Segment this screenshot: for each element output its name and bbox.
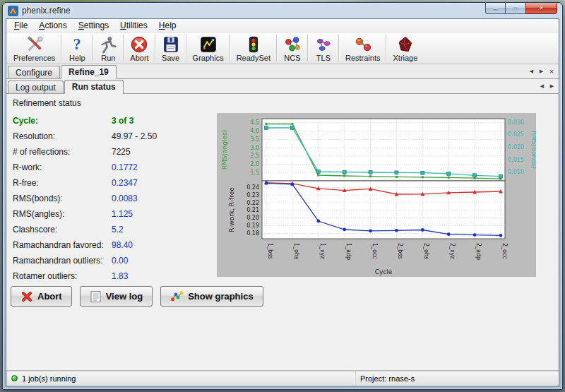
minimize-button[interactable]: – — [485, 3, 506, 14]
subtab-nav-prev-button[interactable]: ◀ — [538, 82, 546, 91]
tab-label: Refine_19 — [69, 67, 109, 77]
graphics-color-icon — [170, 290, 184, 303]
toolbar-label: Xtriage — [393, 54, 417, 62]
view-log-button-label: View log — [106, 291, 143, 302]
svg-text:2.0: 2.0 — [250, 161, 259, 167]
tab-nav-prev-button[interactable]: ◀ — [528, 67, 535, 76]
tab-label: Log output — [16, 83, 56, 93]
svg-text:3.5: 3.5 — [250, 136, 259, 143]
stat-value: 7225 — [112, 147, 131, 157]
stat-row-rms-angles: RMS(angles): 1.125 — [13, 206, 215, 222]
stat-value: 0.2347 — [112, 178, 138, 188]
svg-text:2_adp: 2_adp — [475, 243, 482, 260]
svg-text:1_occ: 1_occ — [371, 243, 378, 259]
svg-text:1_bss: 1_bss — [267, 243, 273, 259]
stat-value: 3 of 3 — [112, 116, 133, 126]
tab-log-output[interactable]: Log output — [8, 81, 64, 93]
svg-text:2_xyz: 2_xyz — [449, 243, 456, 259]
toolbar-button-restraints[interactable]: Restraints — [340, 33, 386, 63]
svg-text:1_ohs: 1_ohs — [293, 243, 299, 259]
stat-row-resolution: Resolution: 49.97 - 2.50 — [13, 129, 215, 144]
stat-row-r-free: R-free: 0.2347 — [13, 175, 215, 191]
stat-value: 5.2 — [112, 225, 124, 234]
toolbar-button-xtriage[interactable]: Xtriage — [388, 33, 422, 63]
stat-row-clashscore: Clashscore: 5.2 — [13, 222, 215, 237]
toolbar-label: Save — [162, 54, 179, 62]
tab-close-button[interactable]: × — [547, 67, 556, 76]
toolbar-label: NCS — [284, 54, 300, 62]
svg-text:R-work, R-free: R-work, R-free — [228, 187, 235, 232]
toolbar-button-ncs[interactable]: NCS — [278, 33, 307, 63]
toolbar-button-tls[interactable]: TLS — [309, 33, 338, 63]
app-window: phenix.refine – □ × File Actions Setting… — [2, 2, 563, 390]
svg-text:2.5: 2.5 — [250, 153, 259, 159]
svg-text:2_bss: 2_bss — [397, 243, 403, 259]
window-body: File Actions Settings Utilities Help Pre… — [6, 18, 559, 386]
toolbar-label: ReadySet — [237, 54, 270, 62]
stat-value: 1.83 — [112, 271, 128, 281]
job-status-cell: 1 job(s) running — [6, 371, 355, 386]
stat-label: RMS(bonds): — [13, 194, 112, 203]
tab-refine-19[interactable]: Refine_19 — [61, 65, 117, 79]
stat-row-rama-favored: Ramachandran favored: 98.40 — [13, 237, 215, 253]
tab-nav-next-button[interactable]: ▶ — [537, 67, 545, 76]
abort-icon — [130, 35, 148, 54]
stat-label: R-work: — [13, 162, 112, 172]
maximize-button[interactable]: □ — [506, 3, 525, 14]
toolbar-separator — [386, 35, 387, 61]
menu-item-actions[interactable]: Actions — [33, 20, 72, 31]
abort-button-label: Abort — [37, 291, 62, 302]
stat-label: RMS(angles): — [13, 209, 112, 219]
refinement-status-heading: Refinement status — [13, 98, 81, 108]
job-running-indicator-icon — [11, 375, 18, 381]
menu-item-utilities[interactable]: Utilities — [114, 20, 153, 31]
toolbar-label: Preferences — [13, 54, 55, 62]
run-status-panel: Refinement status Cycle: 3 of 3 Resoluti… — [6, 94, 559, 370]
abort-x-icon — [20, 290, 33, 303]
desktop: { "window": { "title": "phenix.refine", … — [0, 0, 565, 392]
toolbar-button-readyset[interactable]: ReadySet — [232, 33, 275, 63]
stat-label: Ramachandran outliers: — [13, 256, 112, 266]
toolbar-button-run[interactable]: Run — [94, 33, 122, 63]
graphics-icon — [199, 35, 218, 54]
stat-value: 49.97 - 2.50 — [112, 131, 157, 141]
svg-text:3.0: 3.0 — [250, 145, 259, 151]
toolbar-label: Abort — [130, 54, 148, 62]
stat-row-cycle: Cycle: 3 of 3 — [13, 113, 215, 129]
svg-text:1_adp: 1_adp — [345, 243, 352, 260]
subtab-nav-next-button[interactable]: ▶ — [548, 82, 556, 91]
tab-run-status[interactable]: Run status — [64, 80, 124, 94]
svg-text:0.030: 0.030 — [508, 119, 524, 126]
stat-value: 98.40 — [112, 240, 133, 250]
show-graphics-button[interactable]: Show graphics — [160, 286, 263, 307]
view-log-button[interactable]: View log — [80, 286, 153, 307]
readyset-icon — [244, 35, 263, 54]
close-button[interactable]: × — [525, 3, 557, 14]
svg-text:0.025: 0.025 — [508, 131, 524, 138]
abort-button[interactable]: Abort — [11, 286, 72, 307]
toolbar-separator — [307, 35, 309, 61]
toolbar-button-preferences[interactable]: Preferences — [8, 33, 60, 63]
menu-item-settings[interactable]: Settings — [73, 20, 114, 31]
svg-text:?: ? — [73, 35, 81, 53]
tab-configure[interactable]: Configure — [8, 66, 60, 78]
toolbar-separator — [186, 35, 187, 61]
toolbar-separator — [61, 35, 62, 61]
menu-item-file[interactable]: File — [8, 20, 33, 31]
svg-text:4.5: 4.5 — [250, 119, 259, 126]
stat-row-rms-bonds: RMS(bonds): 0.0083 — [13, 191, 215, 206]
svg-text:0.010: 0.010 — [508, 169, 524, 175]
job-status-text: 1 job(s) running — [22, 374, 76, 383]
menu-item-help[interactable]: Help — [153, 20, 182, 31]
chart-panel: 1.52.02.53.03.54.04.50.0100.0150.0200.02… — [217, 113, 536, 277]
toolbar: Preferences ? Help — [6, 32, 559, 64]
titlebar[interactable]: phenix.refine – □ × — [3, 3, 562, 18]
svg-text:1.5: 1.5 — [250, 170, 259, 176]
stat-row-rotamer-outliers: Rotamer outliers: 1.83 — [13, 268, 215, 284]
svg-text:4.0: 4.0 — [250, 128, 259, 134]
toolbar-button-help[interactable]: ? Help — [63, 33, 91, 63]
toolbar-button-save[interactable]: Save — [157, 33, 185, 63]
toolbar-button-graphics[interactable]: Graphics — [188, 33, 229, 63]
toolbar-button-abort[interactable]: Abort — [125, 33, 153, 63]
restraints-icon — [354, 35, 372, 54]
